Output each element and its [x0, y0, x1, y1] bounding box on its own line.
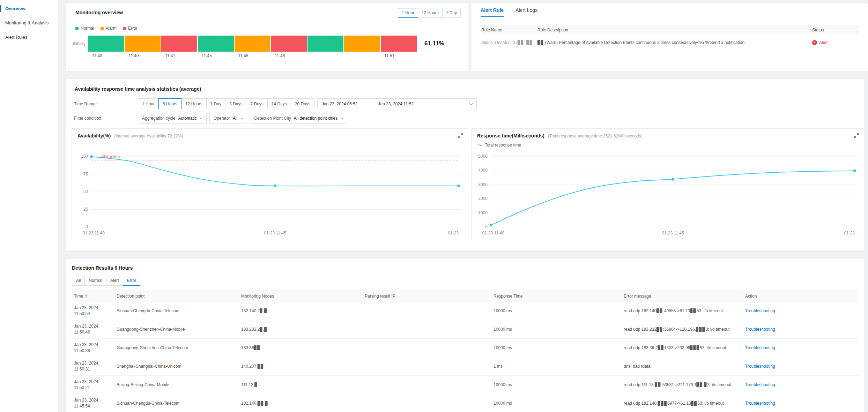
- overview-range-12-hours-button[interactable]: 12 Hours: [418, 8, 443, 18]
- strip-segment-normal[interactable]: [198, 36, 234, 52]
- error-swatch-icon: [123, 27, 126, 30]
- time-range-7-days-button[interactable]: 7 Days: [246, 98, 267, 109]
- strip-time-label: 11:40: [92, 53, 102, 58]
- result-error-message: dns: bad rdata: [622, 364, 743, 369]
- overview-range-1-hour-button[interactable]: 1 Hour: [398, 8, 418, 18]
- strip-segment-alarm[interactable]: [235, 36, 270, 52]
- legend-label: Total response time: [485, 143, 521, 148]
- time-range-row: Time Range: 1 Hour6 Hours12 Hours1 Day3 …: [74, 98, 477, 109]
- troubleshooting-link[interactable]: Troubleshooting: [745, 382, 775, 387]
- availability-strip-bars[interactable]: [88, 36, 417, 52]
- strip-segment-error[interactable]: [381, 36, 417, 52]
- time-range-1-hour-button[interactable]: 1 Hour: [138, 98, 159, 109]
- troubleshooting-link[interactable]: Troubleshooting: [745, 308, 775, 313]
- legend-normal: Normal: [75, 26, 94, 31]
- strip-time-label: 11:46: [275, 53, 285, 58]
- time-range-3-days-button[interactable]: 3 Days: [225, 98, 246, 109]
- filter-select-operator[interactable]: OperatorAll: [209, 113, 247, 123]
- strip-segment-error[interactable]: [161, 36, 197, 52]
- response-chart-title: Response time(Milliseconds): [477, 133, 544, 138]
- response-chart-head: Response time(Milliseconds) (Total respo…: [477, 133, 859, 139]
- availability-percentage: 61.11%: [424, 40, 458, 47]
- result-action: Troubleshooting: [743, 401, 859, 406]
- filter-value: All detection point cities: [294, 116, 337, 121]
- result-error-message: read udp 183.232▊▊:36804->120.196.▊▊▊3: …: [622, 327, 743, 332]
- tab-alert-logs[interactable]: Alert Logs: [515, 3, 537, 17]
- response-chart-legend[interactable]: Total response time: [477, 143, 521, 148]
- strip-time-label: 11:51: [384, 53, 394, 58]
- filter-select-detection-point-city[interactable]: Detection Point CityAll detection point …: [250, 113, 347, 123]
- strip-segment-normal[interactable]: [88, 36, 124, 52]
- header-time-label: Time: [74, 294, 83, 299]
- expand-icon[interactable]: [458, 133, 463, 139]
- table-row: Jan 23, 2024,11:50:31Shanghai-Shanghai-C…: [72, 357, 859, 376]
- troubleshooting-link[interactable]: Troubleshooting: [745, 401, 775, 406]
- result-response-time: 10000 ms: [491, 345, 622, 350]
- result-action: Troubleshooting: [743, 327, 859, 332]
- strip-time-label: 11:45: [202, 53, 212, 58]
- result-detection-point: Sichuan-Chengdu-China-Telecom: [114, 308, 239, 313]
- x-axis-label: 01-23 11:45: [662, 231, 684, 235]
- y-axis-tick: 0: [77, 224, 88, 229]
- chevron-down-icon: [240, 116, 244, 119]
- overview-range-group: 1 Hour12 Hours1 Day: [398, 8, 461, 18]
- time-range-1-day-button[interactable]: 1 Day: [206, 98, 225, 109]
- result-detection-point: Sichuan-Chengdu-China-Telecom: [114, 401, 239, 406]
- time-range-30-days-button[interactable]: 30 Days: [291, 98, 314, 109]
- result-filter-alert-button[interactable]: Alert: [106, 275, 123, 286]
- time-line1: Jan 23, 2024,: [74, 379, 112, 385]
- result-time: Jan 23, 2024,11:50:21: [72, 379, 114, 391]
- result-monitoring-node: 182.140.▊▊ ▊: [239, 401, 363, 406]
- table-row: Jan 23, 2024,11:50:46Guangdong-Shenzhen-…: [72, 320, 859, 339]
- result-monitoring-node: 183.36▊▊: [239, 345, 363, 350]
- expand-icon[interactable]: [854, 133, 859, 139]
- filter-label: Detection Point City: [254, 116, 291, 121]
- response-x-axis: 01-23 11:4001-23 11:4501-23: [477, 231, 858, 235]
- strip-segment-alarm[interactable]: [344, 36, 380, 52]
- time-range-14-days-button[interactable]: 14 Days: [267, 98, 291, 109]
- filter-label: Operator: [214, 116, 230, 121]
- header-time: Time: [72, 294, 114, 299]
- tab-alert-rule[interactable]: Alert Rule: [481, 3, 504, 17]
- troubleshooting-link[interactable]: Troubleshooting: [745, 345, 775, 350]
- legend-label: Alarm: [106, 26, 117, 31]
- legend-label: Error: [128, 26, 138, 31]
- result-filter-error-button[interactable]: Error: [123, 275, 141, 286]
- detection-results-table: Time Detection point Monitoring Nodes Pa…: [72, 290, 859, 412]
- alert-table-header: Rule Name Rule Description Status: [481, 25, 859, 35]
- time-range-label: Time Range:: [74, 102, 138, 106]
- sidebar-item-overview[interactable]: Overview: [0, 1, 58, 16]
- date-range-picker[interactable]: Jan 23, 2024 05:52 – Jan 23, 2024 11:52: [317, 98, 477, 109]
- result-action: Troubleshooting: [743, 382, 859, 387]
- result-filter-all-button[interactable]: All: [72, 275, 85, 286]
- time-range-12-hours-button[interactable]: 12 Hours: [181, 98, 207, 109]
- sidebar-item-alert-rules[interactable]: Alert Rules: [0, 30, 58, 44]
- detection-results-card: Detection Results 6 Hours AllNormalAlert…: [66, 259, 864, 412]
- troubleshooting-link[interactable]: Troubleshooting: [745, 364, 775, 369]
- result-time: Jan 23, 2024,11:50:54: [72, 305, 114, 317]
- troubleshooting-link[interactable]: Troubleshooting: [745, 327, 775, 332]
- strip-segment-alarm[interactable]: [125, 36, 161, 52]
- alarm-line-label: Alarm line: [101, 154, 120, 159]
- response-chart-subtitle: (Total response average time:2521.62Mill…: [548, 134, 643, 138]
- time-line2: 11:50:38: [74, 348, 112, 354]
- sidebar-item-monitoring-analysis[interactable]: Monitoring & Analysis: [0, 16, 58, 30]
- filter-select-aggregation-cycle[interactable]: Aggregation cycleAutomatic: [138, 113, 207, 123]
- normal-swatch-icon: [75, 27, 79, 30]
- rule-name: Alidns_DnsMon_27▊▊_▊▊: [481, 40, 537, 45]
- header-response-time: Response Time: [491, 294, 622, 299]
- availability-chart-subtitle: (Interval average Availability:72.22%): [114, 134, 183, 138]
- strip-segment-error[interactable]: [271, 36, 307, 52]
- sort-icon[interactable]: [85, 294, 88, 298]
- y-axis-tick: 1000: [477, 210, 488, 215]
- line-legend-mark: [477, 144, 483, 147]
- strip-time-label: 11:45: [238, 53, 248, 58]
- result-filter-normal-button[interactable]: Normal: [84, 275, 106, 286]
- time-range-6-hours-button[interactable]: 6 Hours: [158, 98, 181, 109]
- result-time: Jan 23, 2024,11:45:54: [72, 397, 114, 410]
- result-detection-point: Beijing-Beijing-China-Mobile: [114, 382, 239, 387]
- strip-segment-normal[interactable]: [307, 36, 343, 52]
- overview-range-1-day-button[interactable]: 1 Day: [442, 8, 461, 18]
- legend-error: Error: [123, 26, 138, 31]
- result-time: Jan 23, 2024,11:50:31: [72, 360, 114, 373]
